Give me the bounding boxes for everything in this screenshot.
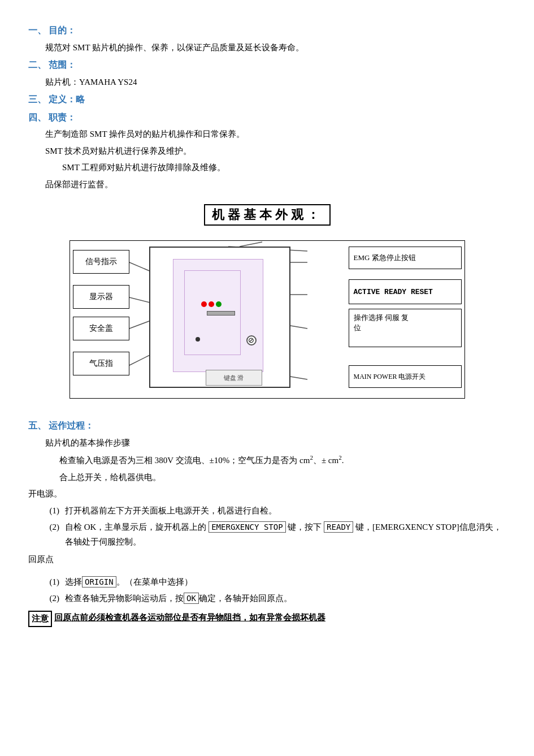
four-line-3: SMT 工程师对贴片机进行故障排除及维修。: [45, 161, 506, 175]
svg-line-7: [290, 377, 307, 379]
four-line-1: 生产制造部 SMT 操作员对的贴片机操作和日常保养。: [45, 127, 506, 142]
step-2-2: (2) 检查各轴无异物影响运动后，按OK确定，各轴开始回原点。: [40, 591, 506, 606]
note-line: 注意 回原点前必须检查机器各运动部位是否有异物阻挡，如有异常会损坏机器: [28, 611, 506, 628]
safety-box: 安全盖: [73, 317, 129, 340]
section-two-title: 二、 范围：: [28, 57, 506, 73]
section-five-title: 五、 运作过程：: [28, 418, 506, 434]
svg-line-0: [129, 262, 152, 272]
svg-line-3: [129, 354, 152, 365]
signal-box: 信号指示: [73, 250, 129, 274]
check-line: 检查输入电源是否为三相 380V 交流电、±10%；空气压力是否为 cm2、± …: [59, 452, 506, 468]
svg-line-9: [240, 242, 262, 247]
ok-key: OK: [184, 593, 199, 604]
emg-box: EMG 紧急停止按钮: [349, 247, 462, 269]
active-ready-box: ACTIVE READY RESET: [349, 279, 462, 304]
section-one-title: 一、 目的：: [28, 23, 506, 38]
origin-label: 回原点: [28, 552, 506, 567]
four-line-2: SMT 技术员对贴片机进行保养及维护。: [45, 144, 506, 159]
machine-title: 机器基本外观：: [204, 204, 331, 226]
display-box: 显示器: [73, 285, 129, 309]
step-1-2: (2) 自检 OK，主单显示后，旋开机器上的 EMERGXENCY STOP 键…: [40, 520, 506, 549]
steps-list-2: (1) 选择ORIGIN。（在菜单中选择） (2) 检查各轴无异物影响运动后，按…: [40, 575, 506, 606]
ready-key: READY: [324, 521, 353, 533]
machine-body: ⊘: [149, 247, 290, 388]
section-four-lines: 生产制造部 SMT 操作员对的贴片机操作和日常保养。 SMT 技术员对贴片机进行…: [45, 127, 506, 192]
power-on-line: 开电源。: [28, 487, 506, 502]
operation-box: 操作选择 伺服 复 位: [349, 309, 462, 347]
note-label: 注意: [28, 611, 52, 628]
dot-red2: [209, 301, 214, 307]
step-1-1: (1) 打开机器前左下方开关面板上电源开关，机器进行自检。: [40, 504, 506, 519]
svg-line-6: [290, 326, 307, 329]
emergstop-key: EMERGXENCY STOP: [209, 521, 285, 533]
section-two-content: 贴片机：YAMAHA YS24: [45, 75, 506, 90]
dot-green: [216, 301, 222, 307]
four-line-4: 品保部进行监督。: [45, 178, 506, 192]
origin-key: ORIGIN: [82, 576, 116, 587]
bar-control: [207, 311, 235, 316]
svg-line-1: [129, 297, 152, 303]
section-five-subtitle: 贴片机的基本操作步骤: [45, 436, 506, 451]
small-dot: [196, 337, 200, 342]
machine-diagram: 信号指示 显示器 安全盖 气压指 ⊘ 键盘 滑: [70, 240, 465, 399]
section-four-title: 四、 职责：: [28, 110, 506, 126]
pressure-box: 气压指: [73, 352, 129, 375]
section-one-content: 规范对 SMT 贴片机的操作、保养，以保证产品质量及延长设备寿命。: [45, 41, 506, 55]
keyboard-label: 键盘 滑: [206, 370, 262, 386]
merge-line: 合上总开关，给机器供电。: [59, 470, 506, 485]
svg-line-2: [129, 320, 152, 329]
section-three-title: 三、 定义：略: [28, 92, 506, 107]
dot-red: [201, 301, 207, 307]
indicator-dots: [201, 301, 222, 307]
mainpower-box: MAIN POWER 电源开关: [349, 365, 462, 388]
steps-list-1: (1) 打开机器前左下方开关面板上电源开关，机器进行自检。 (2) 自检 OK，…: [40, 504, 506, 550]
stop-circle: ⊘: [246, 335, 257, 345]
machine-title-wrap: 机器基本外观：: [28, 194, 506, 232]
step-2-1: (1) 选择ORIGIN。（在菜单中选择）: [40, 575, 506, 590]
